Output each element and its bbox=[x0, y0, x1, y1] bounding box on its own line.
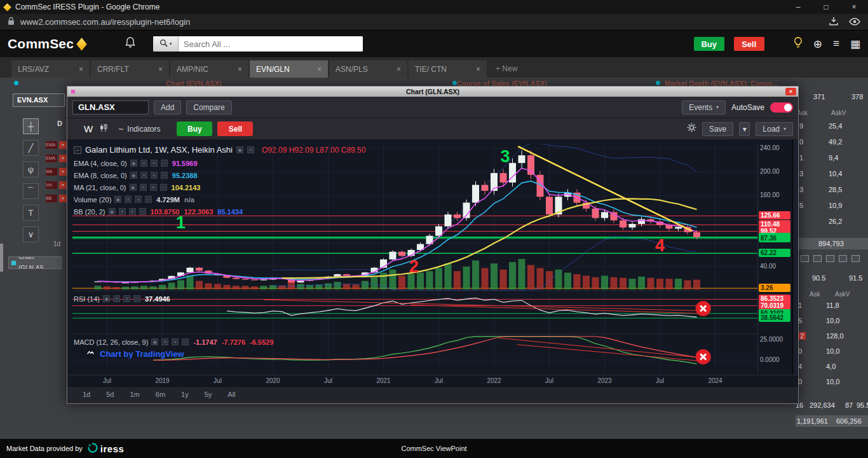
range-button-All[interactable]: All bbox=[227, 391, 235, 398]
drawing-tool-button[interactable]: ⌒ bbox=[23, 183, 39, 199]
scrollbar-thumb[interactable] bbox=[0, 244, 3, 272]
delete-icon[interactable]: × bbox=[59, 181, 67, 189]
drawing-tool-button[interactable]: ╱ bbox=[23, 140, 39, 156]
tab-close-icon[interactable]: × bbox=[238, 65, 242, 74]
search-scope-button[interactable]: ▾ bbox=[153, 36, 179, 52]
remove-drawing-button[interactable] bbox=[696, 349, 711, 364]
panel-tool-icon[interactable] bbox=[813, 255, 822, 262]
tab-close-icon[interactable]: × bbox=[317, 65, 322, 74]
symbol-input[interactable]: GLN.ASX bbox=[72, 101, 149, 114]
maximize-button[interactable]: □ bbox=[812, 0, 840, 14]
depth-row[interactable]: 010,0 bbox=[796, 378, 868, 392]
depth-row[interactable]: 2128,0 bbox=[796, 332, 868, 346]
header-sell-button[interactable]: Sell bbox=[734, 37, 764, 51]
chart-area[interactable]: 1234 240.00200.00160.0040.00125.66110.48… bbox=[67, 140, 798, 375]
chart-window-titlebar[interactable]: Chart (GLN.ASX) × bbox=[67, 87, 798, 97]
drawing-tool-button[interactable]: ┼ bbox=[23, 118, 39, 134]
drawing-tool-button[interactable]: T bbox=[23, 205, 39, 221]
workspace-tab[interactable]: LRS/AVZ× bbox=[11, 60, 90, 78]
panel-tool-icon[interactable] bbox=[839, 255, 847, 262]
workspace-tab[interactable]: ASN/PLS× bbox=[329, 60, 407, 78]
annotation-2[interactable]: 2 bbox=[409, 257, 419, 276]
panel-tool-icon[interactable] bbox=[851, 255, 860, 262]
tab-close-icon[interactable]: × bbox=[158, 65, 163, 74]
lightbulb-icon[interactable] bbox=[794, 37, 803, 51]
rsi-trendline-drawing[interactable] bbox=[264, 300, 706, 310]
workspace-tab[interactable]: TIE/ CTN× bbox=[409, 60, 487, 78]
notifications-bell-icon[interactable] bbox=[125, 37, 135, 51]
depth-row[interactable]: 328,5 bbox=[796, 186, 868, 200]
background-symbol-box[interactable]: EVN.ASX bbox=[13, 94, 65, 107]
drawing-tool-button[interactable]: ∨ bbox=[23, 226, 39, 242]
delete-icon[interactable]: × bbox=[59, 155, 67, 162]
tab-close-icon[interactable]: × bbox=[397, 65, 401, 74]
download-icon[interactable] bbox=[829, 16, 839, 29]
depth-row[interactable]: 010,0 bbox=[796, 347, 868, 361]
delete-icon[interactable]: × bbox=[59, 141, 67, 149]
apps-grid-icon[interactable]: ▦ bbox=[850, 38, 860, 51]
drawing-tool-button[interactable]: ψ bbox=[23, 162, 39, 177]
load-dropdown[interactable]: Load ▾ bbox=[756, 122, 793, 136]
depth-row[interactable]: 510,9 bbox=[796, 202, 868, 216]
save-options-button[interactable]: ▾ bbox=[739, 122, 750, 136]
trendline-drawing[interactable] bbox=[518, 146, 692, 231]
workspace-tab[interactable]: AMP/NIC× bbox=[170, 60, 248, 78]
tab-close-icon[interactable]: × bbox=[79, 65, 83, 74]
save-button[interactable]: Save bbox=[702, 122, 733, 136]
rsi-trendline-drawing[interactable] bbox=[411, 305, 706, 314]
menu-icon[interactable]: ≡ bbox=[833, 38, 839, 50]
eye-icon[interactable] bbox=[849, 17, 860, 28]
depth-row[interactable]: 111,8 bbox=[796, 302, 868, 316]
range-button-5d[interactable]: 5d bbox=[106, 391, 114, 398]
price-chart-canvas[interactable]: 1234 bbox=[72, 144, 757, 373]
annotation-1[interactable]: 1 bbox=[176, 213, 186, 232]
close-button[interactable]: × bbox=[840, 0, 868, 14]
panel-tool-icon[interactable] bbox=[801, 255, 809, 262]
macd-trendline-drawing[interactable] bbox=[499, 338, 700, 357]
range-button-1m[interactable]: 1m bbox=[130, 391, 140, 398]
interval-button[interactable]: W bbox=[84, 123, 93, 134]
annotation-3[interactable]: 3 bbox=[500, 147, 510, 166]
delete-icon[interactable]: × bbox=[59, 168, 67, 176]
range-button-6m[interactable]: 6m bbox=[156, 391, 165, 398]
range-button-1y[interactable]: 1y bbox=[181, 391, 189, 398]
tab-close-icon[interactable]: × bbox=[476, 65, 480, 74]
depth-row[interactable]: 049,2 bbox=[796, 138, 868, 152]
header-buy-button[interactable]: Buy bbox=[694, 37, 724, 51]
panel-tool-icon[interactable] bbox=[826, 255, 834, 262]
range-button-1d[interactable]: 1d bbox=[83, 391, 90, 398]
minimize-button[interactable]: – bbox=[784, 0, 812, 14]
indicators-button[interactable]: ~ Indicators bbox=[118, 124, 160, 134]
settings-gear-icon[interactable] bbox=[687, 123, 696, 135]
search-input[interactable] bbox=[179, 36, 363, 52]
sell-button[interactable]: Sell bbox=[217, 121, 253, 136]
add-circle-icon[interactable]: ⊕ bbox=[813, 38, 822, 51]
range-button-5y[interactable]: 5y bbox=[205, 391, 212, 398]
depth-row[interactable]: 310,4 bbox=[796, 170, 868, 184]
time-axis[interactable]: Jul2019Jul2020Jul2021Jul2022Jul2023Jul20… bbox=[67, 375, 798, 386]
add-button[interactable]: Add bbox=[154, 101, 181, 114]
events-dropdown[interactable]: Events ▾ bbox=[682, 101, 726, 114]
autosave-toggle[interactable] bbox=[770, 102, 793, 113]
taskbar-window-tab[interactable]: Chart (GLN.AS bbox=[8, 256, 62, 269]
workspace-tab[interactable]: EVN/GLN× bbox=[250, 60, 328, 78]
workspace-tab[interactable]: CRR/FLT× bbox=[91, 60, 169, 78]
background-interval-label[interactable]: D bbox=[57, 120, 62, 127]
depth-row[interactable]: 26,2 bbox=[796, 218, 868, 232]
url-text[interactable]: www2.commsec.com.au/iressplugin-net6/log… bbox=[20, 17, 190, 27]
tradingview-watermark[interactable]: Chart by TradingView bbox=[85, 347, 184, 360]
depth-row[interactable]: 44,0 bbox=[796, 363, 868, 377]
depth-row[interactable]: 510,0 bbox=[796, 317, 868, 331]
new-tab-button[interactable]: + New bbox=[496, 60, 517, 78]
delete-icon[interactable]: × bbox=[59, 195, 67, 202]
background-range-label[interactable]: 1d bbox=[53, 240, 60, 247]
chart-type-icon[interactable] bbox=[99, 123, 108, 135]
buy-button[interactable]: Buy bbox=[177, 121, 212, 136]
depth-row[interactable]: 925,4 bbox=[796, 122, 868, 136]
price-scale[interactable]: 240.00200.00160.0040.00125.66110.4899.52… bbox=[757, 144, 794, 373]
compare-button[interactable]: Compare bbox=[186, 101, 231, 114]
remove-drawing-button[interactable] bbox=[696, 301, 711, 316]
annotation-4[interactable]: 4 bbox=[655, 236, 665, 255]
close-window-button[interactable]: × bbox=[785, 88, 796, 95]
depth-row[interactable]: 19,4 bbox=[796, 154, 868, 168]
